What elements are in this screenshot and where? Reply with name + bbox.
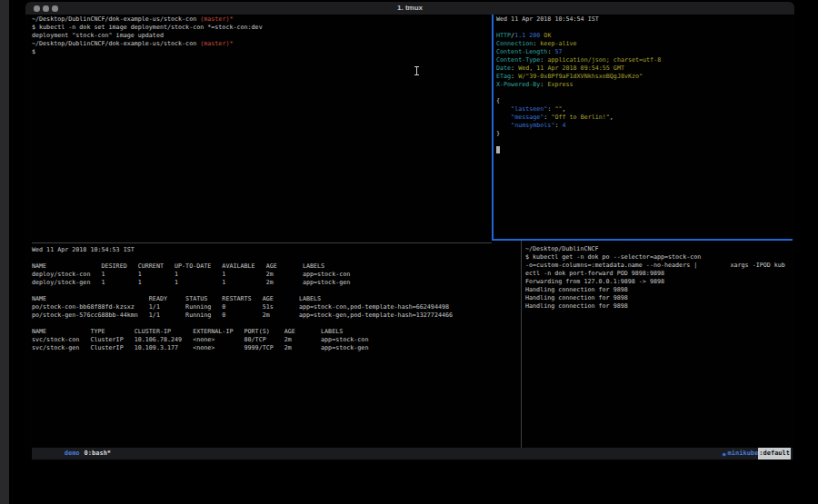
terminal-line: po/stock-gen-576cc688bb-44kmn 1/1 Runnin… bbox=[32, 311, 521, 320]
terminal-text: X-Powered-By bbox=[496, 81, 540, 88]
terminal-text: Content-Length bbox=[496, 48, 547, 55]
terminal-line: ETag: W/"39-0xBPf9aF1dXVNkhsxoBQgJ8vKzo" bbox=[496, 73, 793, 81]
desktop-edge bbox=[0, 0, 9, 504]
window-titlebar[interactable]: 1. tmux bbox=[25, 2, 794, 15]
block-cursor bbox=[496, 146, 500, 153]
pane-divider-vertical-bottom[interactable] bbox=[521, 241, 522, 448]
terminal-line: NAME DESIRED CURRENT UP-TO-DATE AVAILABL… bbox=[32, 262, 521, 271]
terminal-text: ETag bbox=[496, 73, 511, 80]
terminal-line: Handling connection for 9898 bbox=[525, 294, 793, 302]
terminal-line: Date: Wed, 11 Apr 2018 09:54:55 GMT bbox=[496, 64, 793, 73]
terminal-line: $ bbox=[32, 48, 492, 56]
terminal-text: "lastseen" bbox=[511, 105, 547, 113]
mouse-cursor-ibeam bbox=[414, 66, 419, 75]
terminal-text: , bbox=[563, 105, 566, 113]
terminal-text: } bbox=[496, 130, 500, 137]
terminal-text: ~/Desktop/DublinCNCF/dok-example-us/stoc… bbox=[32, 40, 200, 47]
terminal-text: NAME TYPE CLUSTER-IP EXTERNAL-IP PORT(S)… bbox=[32, 328, 343, 335]
terminal-text: keep-alive bbox=[540, 40, 576, 47]
kube-context: minikube bbox=[728, 448, 759, 460]
terminal-text: Content-Type bbox=[496, 56, 540, 64]
terminal-text: po/stock-gen-576cc688bb-44kmn 1/1 Runnin… bbox=[32, 311, 453, 319]
terminal-line: deployment "stock-con" image updated bbox=[32, 32, 492, 40]
terminal-line: Connection: keep-alive bbox=[496, 40, 793, 48]
terminal-text: OK bbox=[540, 32, 551, 39]
window-tab-bash[interactable]: 0:bash* bbox=[85, 450, 112, 457]
terminal-line bbox=[496, 138, 793, 146]
terminal-line: Wed 11 Apr 2018 10:54:53 IST bbox=[32, 246, 521, 254]
terminal-text: "numsymbols" bbox=[511, 122, 554, 129]
terminal-line: "numsymbols": 4 bbox=[496, 122, 793, 130]
terminal-line: Content-Length: 57 bbox=[496, 48, 793, 56]
terminal-line: deploy/stock-gen 1 1 1 1 2m app=stock-ge… bbox=[32, 279, 521, 287]
terminal-line: ~/Desktop/DublinCNCF/dok-example-us/stoc… bbox=[32, 40, 492, 48]
terminal-line: po/stock-con-bb68f88fd-kzsxz 1/1 Running… bbox=[32, 303, 521, 311]
status-left: demo0:bash* bbox=[32, 436, 111, 471]
terminal-line: deploy/stock-con 1 1 1 1 2m app=stock-co… bbox=[32, 271, 521, 279]
terminal-line bbox=[32, 287, 521, 295]
terminal-text: 4 bbox=[563, 122, 566, 129]
terminal-line: Forwarding from 127.0.0.1:9898 -> 9898 bbox=[525, 278, 793, 286]
terminal-text: svc/stock-con ClusterIP 10.106.78.249 <n… bbox=[32, 336, 368, 343]
terminal-line: $ kubectl get -n dok po --selector=app=s… bbox=[525, 253, 793, 262]
terminal-text: Handling connection for 9898 bbox=[525, 294, 628, 301]
terminal-line: NAME READY STATUS RESTARTS AGE LABELS bbox=[32, 295, 521, 303]
terminal-text: po/stock-con-bb68f88fd-kzsxz 1/1 Running… bbox=[32, 303, 449, 311]
terminal-line: Handling connection for 9898 bbox=[525, 302, 793, 311]
terminal-text: application/json; charset=utf-8 bbox=[547, 56, 661, 64]
terminal-line: Wed 11 Apr 2018 10:54:54 IST bbox=[496, 15, 793, 24]
terminal-line: svc/stock-con ClusterIP 10.106.78.249 <n… bbox=[32, 336, 521, 344]
terminal-line: "message": "Off to Berlin!", bbox=[496, 114, 793, 122]
terminal-text: "Off to Berlin!" bbox=[551, 114, 609, 121]
terminal-text: Handling connection for 9898 bbox=[525, 286, 628, 293]
terminal-line bbox=[496, 146, 793, 154]
terminal-line: svc/stock-gen ClusterIP 10.109.3.177 <no… bbox=[32, 344, 521, 352]
terminal-line: Content-Type: application/json; charset=… bbox=[496, 56, 793, 64]
pane-divider-horizontal-left[interactable] bbox=[32, 242, 492, 243]
terminal-line: "lastseen": "", bbox=[496, 105, 793, 114]
terminal-text: Wed 11 Apr 2018 10:54:53 IST bbox=[32, 246, 135, 253]
terminal-text: -o=custom-columns=:metadata.name --no-he… bbox=[525, 262, 785, 269]
terminal-text: Connection bbox=[496, 40, 533, 47]
terminal-text: "message" bbox=[511, 114, 544, 121]
terminal-text: deploy/stock-gen 1 1 1 1 2m app=stock-ge… bbox=[32, 279, 350, 286]
terminal-text: ~/Desktop/DublinCNCF/dok-example-us/stoc… bbox=[32, 15, 200, 23]
pane-bottom-right-port-forward[interactable]: ~/Desktop/DublinCNCF$ kubectl get -n dok… bbox=[525, 245, 793, 446]
pane-divider-vertical-top[interactable] bbox=[492, 15, 494, 241]
terminal-text: W/"39-0xBPf9aF1dXVNkhsxoBQgJ8vKzo" bbox=[518, 73, 643, 80]
terminal-text: Wed, 11 Apr 2018 09:54:55 GMT bbox=[518, 64, 624, 72]
terminal-text: Wed 11 Apr 2018 10:54:54 IST bbox=[496, 15, 599, 23]
terminal-text: (master)* bbox=[200, 15, 233, 23]
terminal-line: ectl -n dok port-forward POD 9898:9898 bbox=[525, 270, 793, 278]
screen: 1. tmux ~/Desktop/DublinCNCF/dok-example… bbox=[0, 0, 818, 504]
terminal-text: $ bbox=[32, 48, 35, 55]
pane-top-left-shell[interactable]: ~/Desktop/DublinCNCF/dok-example-us/stoc… bbox=[32, 15, 492, 239]
terminal-line: ~/Desktop/DublinCNCF bbox=[525, 245, 793, 253]
terminal-line: HTTP/1.1 200 OK bbox=[496, 32, 793, 40]
terminal-text: , bbox=[610, 114, 614, 121]
terminal-text: ~/Desktop/DublinCNCF bbox=[525, 245, 599, 252]
window-title: 1. tmux bbox=[25, 2, 794, 15]
status-right: ● minikube :default bbox=[723, 448, 793, 460]
terminal-line bbox=[32, 320, 521, 328]
session-name: demo bbox=[65, 450, 80, 457]
terminal-line bbox=[32, 254, 521, 262]
terminal-line: ~/Desktop/DublinCNCF/dok-example-us/stoc… bbox=[32, 15, 492, 24]
terminal-text bbox=[496, 114, 511, 121]
terminal-text: HTTP bbox=[496, 32, 511, 39]
terminal-line: } bbox=[496, 130, 793, 138]
pane-top-right-http-response[interactable]: Wed 11 Apr 2018 10:54:54 ISTHTTP/1.1 200… bbox=[496, 15, 793, 239]
pane-bottom-left-kubectl-watch[interactable]: Wed 11 Apr 2018 10:54:53 ISTNAME DESIRED… bbox=[32, 246, 521, 446]
terminal-text: : bbox=[511, 64, 518, 72]
terminal-text: { bbox=[496, 97, 500, 104]
terminal-text: NAME DESIRED CURRENT UP-TO-DATE AVAILABL… bbox=[32, 262, 324, 270]
terminal-text bbox=[496, 122, 511, 129]
terminal-text: 1.1 200 bbox=[514, 32, 540, 39]
tmux-status-bar: demo0:bash* ● minikube :default bbox=[32, 448, 793, 460]
terminal-text: deployment "stock-con" image updated bbox=[32, 32, 164, 39]
terminal-text: 57 bbox=[554, 48, 562, 55]
terminal-text: (master)* bbox=[200, 40, 233, 47]
pane-divider-horizontal-right[interactable] bbox=[492, 239, 793, 241]
terminal-text: NAME READY STATUS RESTARTS AGE LABELS bbox=[32, 295, 321, 302]
terminal-line bbox=[496, 24, 793, 32]
